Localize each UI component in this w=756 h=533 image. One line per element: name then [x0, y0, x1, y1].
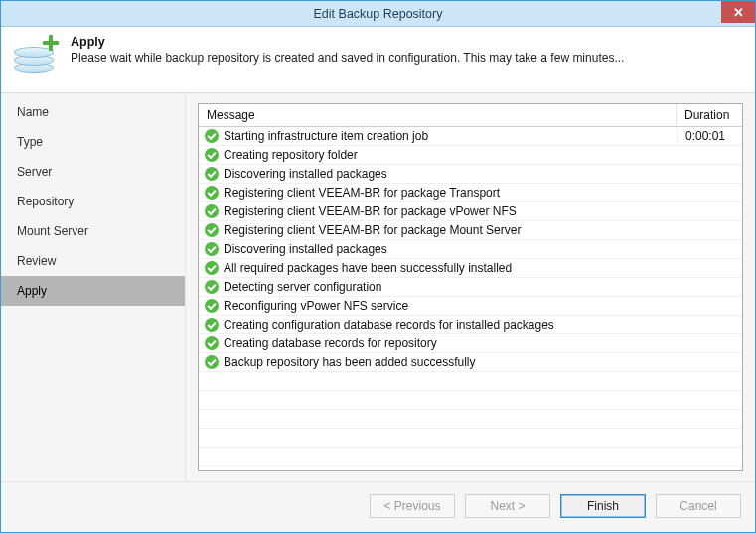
progress-grid: Message Duration Starting infrastructure… [198, 103, 743, 471]
sidebar-item-repository[interactable]: Repository [1, 187, 185, 216]
sidebar-item-type[interactable]: Type [1, 127, 185, 157]
message-text: All required packages have been successf… [224, 261, 512, 275]
cell-message: Registering client VEEAM-BR for package … [199, 204, 677, 218]
sidebar-item-label: Type [17, 135, 43, 149]
success-icon [205, 167, 219, 181]
table-row[interactable]: Discovering installed packages [199, 165, 742, 184]
success-icon [205, 318, 219, 332]
wizard-content: Message Duration Starting infrastructure… [186, 93, 755, 481]
table-row[interactable]: Starting infrastructure item creation jo… [199, 127, 742, 146]
message-text: Discovering installed packages [224, 167, 387, 181]
next-button: Next > [465, 494, 550, 518]
message-text: Creating repository folder [224, 148, 358, 162]
header-heading: Apply [71, 35, 624, 49]
table-row-empty [199, 410, 742, 429]
message-text: Discovering installed packages [224, 242, 387, 256]
cell-duration: 0:00:01 [677, 129, 742, 143]
success-icon [205, 355, 219, 369]
close-icon: ✕ [733, 5, 744, 20]
header-text: Apply Please wait while backup repositor… [71, 35, 624, 65]
column-duration[interactable]: Duration [677, 104, 742, 126]
repository-add-icon [13, 35, 59, 80]
table-row[interactable]: Backup repository has been added success… [199, 353, 742, 372]
cell-message: Starting infrastructure item creation jo… [199, 129, 677, 143]
sidebar-item-label: Repository [17, 195, 74, 208]
message-text: Starting infrastructure item creation jo… [224, 129, 428, 143]
table-row[interactable]: Detecting server configuration [199, 278, 742, 297]
sidebar-item-label: Name [17, 105, 49, 119]
close-button[interactable]: ✕ [721, 1, 755, 23]
success-icon [205, 299, 219, 313]
message-text: Creating configuration database records … [224, 318, 554, 332]
table-row[interactable]: Discovering installed packages [199, 240, 742, 259]
table-row-empty [199, 429, 742, 448]
titlebar[interactable]: Edit Backup Repository ✕ [1, 1, 755, 27]
success-icon [205, 336, 219, 350]
cell-message: Detecting server configuration [199, 280, 677, 294]
table-row-empty [199, 448, 742, 466]
success-icon [205, 242, 219, 256]
table-row-empty [199, 391, 742, 410]
wizard-body: NameTypeServerRepositoryMount ServerRevi… [1, 93, 755, 481]
column-message[interactable]: Message [199, 104, 677, 126]
message-text: Registering client VEEAM-BR for package … [224, 204, 517, 218]
wizard-header: Apply Please wait while backup repositor… [1, 27, 755, 93]
table-row[interactable]: Registering client VEEAM-BR for package … [199, 221, 742, 240]
success-icon [205, 223, 219, 237]
success-icon [205, 204, 219, 218]
sidebar-item-server[interactable]: Server [1, 157, 185, 187]
previous-button: < Previous [370, 494, 455, 518]
window-title: Edit Backup Repository [314, 7, 443, 21]
sidebar-item-label: Mount Server [17, 224, 88, 238]
sidebar-item-label: Server [17, 165, 52, 179]
cell-message: Registering client VEEAM-BR for package … [199, 186, 677, 200]
sidebar-item-label: Review [17, 254, 56, 268]
cell-message: Discovering installed packages [199, 167, 677, 181]
cell-message: All required packages have been successf… [199, 261, 677, 275]
grid-body[interactable]: Starting infrastructure item creation jo… [199, 127, 742, 470]
success-icon [205, 186, 219, 200]
dialog-window: Edit Backup Repository ✕ Apply Please wa… [0, 0, 756, 533]
message-text: Creating database records for repository [224, 336, 437, 350]
table-row[interactable]: Creating database records for repository [199, 334, 742, 353]
table-row[interactable]: Creating configuration database records … [199, 316, 742, 334]
wizard-footer: < Previous Next > Finish Cancel [1, 481, 755, 532]
message-text: Backup repository has been added success… [224, 355, 475, 369]
cancel-button: Cancel [656, 494, 741, 518]
sidebar-item-apply[interactable]: Apply [1, 276, 185, 306]
message-text: Reconfiguring vPower NFS service [224, 299, 408, 313]
success-icon [205, 261, 219, 275]
success-icon [205, 280, 219, 294]
finish-button[interactable]: Finish [560, 494, 646, 518]
sidebar-item-review[interactable]: Review [1, 246, 185, 276]
table-row[interactable]: Reconfiguring vPower NFS service [199, 297, 742, 316]
cell-message: Backup repository has been added success… [199, 355, 677, 369]
success-icon [205, 129, 219, 143]
message-text: Detecting server configuration [224, 280, 381, 294]
table-row[interactable]: Registering client VEEAM-BR for package … [199, 202, 742, 221]
success-icon [205, 148, 219, 162]
message-text: Registering client VEEAM-BR for package … [224, 186, 500, 200]
cell-message: Reconfiguring vPower NFS service [199, 299, 677, 313]
wizard-sidebar: NameTypeServerRepositoryMount ServerRevi… [1, 93, 186, 481]
table-row[interactable]: Creating repository folder [199, 146, 742, 165]
message-text: Registering client VEEAM-BR for package … [224, 223, 521, 237]
table-row[interactable]: Registering client VEEAM-BR for package … [199, 184, 742, 202]
header-description: Please wait while backup repository is c… [71, 51, 624, 65]
cell-message: Creating repository folder [199, 148, 677, 162]
cell-message: Creating database records for repository [199, 336, 677, 350]
table-row-empty [199, 372, 742, 391]
cell-message: Discovering installed packages [199, 242, 677, 256]
table-row[interactable]: All required packages have been successf… [199, 259, 742, 278]
sidebar-item-label: Apply [17, 284, 47, 298]
cell-message: Creating configuration database records … [199, 318, 677, 332]
cell-message: Registering client VEEAM-BR for package … [199, 223, 677, 237]
grid-header[interactable]: Message Duration [199, 104, 742, 127]
sidebar-item-name[interactable]: Name [1, 97, 185, 127]
sidebar-item-mount-server[interactable]: Mount Server [1, 216, 185, 246]
